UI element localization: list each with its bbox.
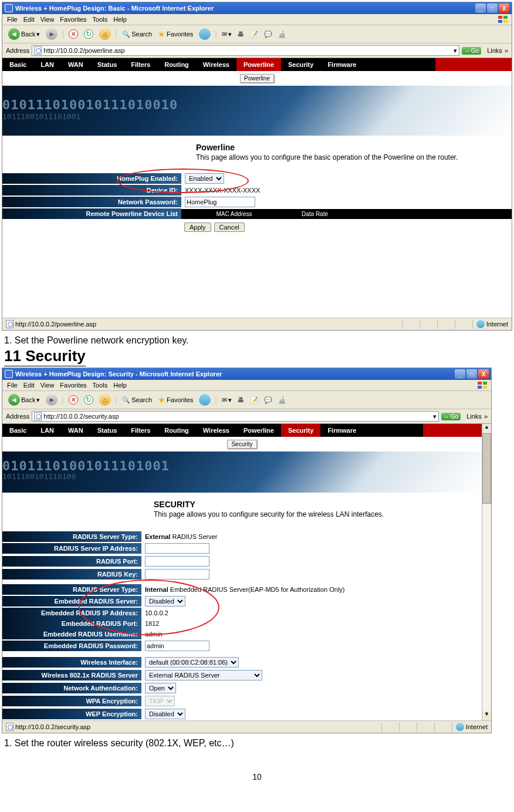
address-input[interactable]: http://10.0.0.2/powerline.asp ▾ (32, 45, 459, 56)
tab-lan[interactable]: LAN (33, 424, 61, 437)
research-button[interactable]: 🔬 (276, 395, 289, 405)
submenu-powerline[interactable]: Powerline (240, 74, 274, 83)
history-button[interactable] (197, 27, 213, 41)
tab-powerline[interactable]: Powerline (236, 424, 281, 437)
input-radius-key[interactable] (145, 569, 209, 579)
stop-button[interactable]: × (66, 394, 80, 406)
tab-basic[interactable]: Basic (2, 58, 33, 71)
stop-button[interactable]: × (66, 28, 80, 40)
menu-view[interactable]: View (40, 382, 55, 389)
select-emb-radius-server[interactable]: Disabled (145, 596, 185, 607)
edit-button[interactable]: 📝 (248, 395, 261, 405)
mail-button[interactable]: ✉▾ (219, 395, 234, 405)
maximize-button[interactable]: □ (487, 4, 498, 13)
history-button[interactable] (197, 393, 213, 407)
go-button[interactable]: → Go (441, 413, 461, 420)
research-button[interactable]: 🔬 (276, 29, 289, 39)
menu-tools[interactable]: Tools (93, 16, 108, 23)
tab-firmware[interactable]: Firmware (320, 424, 363, 437)
page-icon (34, 46, 42, 55)
input-radius-port[interactable] (145, 556, 209, 567)
menu-edit[interactable]: Edit (23, 16, 35, 23)
label-radius-type-ext: RADIUS Server Type: (2, 531, 141, 542)
scroll-up-icon[interactable]: ▲ (482, 424, 491, 433)
home-button[interactable]: ⌂ (97, 393, 113, 407)
tab-powerline[interactable]: Powerline (236, 58, 281, 71)
minimize-button[interactable]: _ (475, 4, 486, 13)
label-emb-radius-port: Embedded RADIUS Port: (2, 618, 141, 629)
banner-bits-2: 1011100101110100 (2, 472, 76, 481)
tab-firmware[interactable]: Firmware (320, 58, 363, 71)
menu-favorites[interactable]: Favorites (60, 382, 86, 389)
search-button[interactable]: 🔍Search (120, 29, 154, 39)
tab-wan[interactable]: WAN (61, 58, 90, 71)
print-button[interactable]: 🖶 (235, 395, 246, 405)
mail-button[interactable]: ✉▾ (219, 29, 234, 39)
tab-filters[interactable]: Filters (124, 58, 157, 71)
menu-help[interactable]: Help (113, 16, 127, 23)
menu-help[interactable]: Help (113, 382, 127, 389)
minimize-button[interactable]: _ (455, 369, 465, 379)
cancel-button[interactable]: Cancel (214, 223, 245, 232)
input-network-password[interactable] (185, 197, 255, 207)
tab-status[interactable]: Status (90, 58, 124, 71)
search-button[interactable]: 🔍Search (120, 395, 154, 405)
go-button[interactable]: → Go (462, 47, 481, 55)
tab-filters[interactable]: Filters (124, 424, 157, 437)
discuss-button[interactable]: 💬 (262, 395, 275, 405)
favorites-button[interactable]: ★Favorites (155, 28, 195, 40)
address-input[interactable]: http://10.0.0.2/security.asp ▾ (32, 411, 438, 422)
favorites-button[interactable]: ★Favorites (155, 394, 195, 406)
submenu-security[interactable]: Security (227, 440, 256, 449)
scrollbar[interactable]: ▲ ▼ (482, 424, 491, 720)
input-emb-radius-pass[interactable] (145, 641, 209, 651)
tab-basic[interactable]: Basic (2, 424, 33, 437)
select-wep-enc[interactable]: Disabled (145, 709, 185, 719)
svg-rect-0 (498, 16, 502, 19)
apply-button[interactable]: Apply (184, 223, 211, 232)
links-label[interactable]: Links (466, 413, 482, 420)
menu-edit[interactable]: Edit (23, 382, 35, 389)
select-homeplug-enabled[interactable]: Enabled (185, 173, 224, 184)
menu-tools[interactable]: Tools (93, 382, 108, 389)
tab-wireless[interactable]: Wireless (196, 424, 236, 437)
tab-routing[interactable]: Routing (157, 58, 196, 71)
refresh-button[interactable]: ↻ (82, 28, 96, 40)
chevron-down-icon[interactable]: ▾ (454, 47, 457, 55)
menu-favorites[interactable]: Favorites (60, 16, 86, 23)
tab-status[interactable]: Status (90, 424, 124, 437)
tab-wan[interactable]: WAN (61, 424, 90, 437)
select-8021x-server[interactable]: External RADIUS Server (145, 670, 262, 680)
select-net-auth[interactable]: Open (145, 683, 176, 693)
select-wifi-interface[interactable]: default (00:08:C2:08:81:06) (145, 657, 239, 668)
address-label: Address (6, 47, 29, 54)
home-button[interactable]: ⌂ (97, 27, 113, 41)
maximize-button[interactable]: □ (466, 369, 477, 379)
menu-view[interactable]: View (40, 16, 55, 23)
select-wpa-enc[interactable]: TKIP (145, 696, 175, 706)
edit-button[interactable]: 📝 (248, 29, 261, 39)
internet-zone-icon (456, 723, 464, 731)
close-button[interactable]: X (478, 369, 489, 379)
forward-button[interactable]: ► (43, 27, 60, 41)
close-button[interactable]: X (499, 4, 509, 13)
forward-button[interactable]: ► (43, 393, 60, 407)
refresh-button[interactable]: ↻ (82, 394, 96, 406)
menu-file[interactable]: File (7, 16, 18, 23)
tab-wireless[interactable]: Wireless (196, 58, 236, 71)
input-radius-ip[interactable] (145, 543, 209, 554)
chevron-down-icon[interactable]: ▾ (433, 413, 437, 420)
back-button[interactable]: ◄Back ▾ (6, 393, 42, 407)
menu-file[interactable]: File (7, 382, 18, 389)
page-icon (34, 412, 42, 420)
tab-routing[interactable]: Routing (157, 424, 196, 437)
links-label[interactable]: Links (487, 47, 502, 54)
scroll-down-icon[interactable]: ▼ (482, 711, 491, 720)
scroll-thumb[interactable] (482, 433, 491, 504)
tab-security[interactable]: Security (281, 58, 320, 71)
discuss-button[interactable]: 💬 (262, 29, 275, 39)
tab-lan[interactable]: LAN (33, 58, 61, 71)
print-button[interactable]: 🖶 (235, 29, 246, 39)
tab-security[interactable]: Security (281, 424, 320, 437)
back-button[interactable]: ◄Back ▾ (6, 27, 42, 41)
